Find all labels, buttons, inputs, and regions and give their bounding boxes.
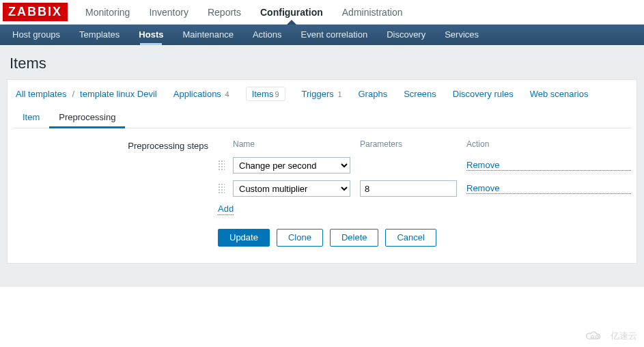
watermark: 亿速云	[583, 329, 637, 343]
button-row: Update Clone Delete Cancel	[218, 229, 631, 247]
watermark-text: 亿速云	[611, 330, 637, 342]
drag-handle-icon[interactable]	[218, 183, 225, 194]
subnav-host-groups[interactable]: Host groups	[3, 25, 70, 45]
crumb-items-count: 9	[275, 90, 279, 98]
crumb-triggers-label[interactable]: Triggers	[302, 89, 334, 99]
nav-administration[interactable]: Administration	[333, 0, 412, 24]
col-head-action: Action	[466, 139, 631, 150]
crumb-applications[interactable]: Applications 4	[173, 89, 229, 99]
steps-table: Name Parameters Action Change per second…	[218, 139, 631, 197]
step-param-input[interactable]	[360, 180, 457, 197]
nav-monitoring[interactable]: Monitoring	[76, 0, 139, 24]
update-button[interactable]: Update	[218, 229, 270, 247]
drag-handle-icon[interactable]	[218, 160, 225, 171]
cloud-icon	[583, 329, 606, 343]
breadcrumb: All templates / template linux Devil App…	[13, 85, 631, 108]
crumb-applications-count: 4	[225, 90, 229, 98]
form-row-steps: Preprocessing steps Name Parameters Acti…	[13, 139, 631, 247]
tabs: Item Preprocessing	[13, 108, 631, 128]
tab-item[interactable]: Item	[13, 108, 49, 128]
crumb-triggers[interactable]: Triggers 1	[302, 89, 342, 99]
col-head-name: Name	[233, 139, 356, 150]
steps-label: Preprocessing steps	[13, 139, 218, 151]
crumb-template-name[interactable]: template linux Devil	[80, 89, 157, 99]
topbar: ZABBIX Monitoring Inventory Reports Conf…	[0, 0, 644, 25]
steps-body: Name Parameters Action Change per second…	[218, 139, 631, 247]
crumb-sep: /	[72, 89, 74, 99]
subnav-templates[interactable]: Templates	[70, 25, 129, 45]
sub-nav: Host groups Templates Hosts Maintenance …	[0, 25, 644, 45]
subnav-services[interactable]: Services	[435, 25, 488, 45]
step-type-select[interactable]: Change per second	[233, 157, 350, 174]
svg-point-0	[591, 335, 594, 338]
subnav-event-correlation[interactable]: Event correlation	[292, 25, 378, 45]
subnav-maintenance[interactable]: Maintenance	[173, 25, 242, 45]
nav-reports[interactable]: Reports	[198, 0, 251, 24]
clone-button[interactable]: Clone	[277, 229, 323, 247]
crumb-graphs[interactable]: Graphs	[359, 89, 388, 99]
remove-link[interactable]: Remove	[466, 160, 631, 171]
brand-logo: ZABBIX	[3, 3, 68, 21]
col-head-params: Parameters	[360, 139, 462, 150]
subnav-discovery[interactable]: Discovery	[377, 25, 435, 45]
crumb-web-scenarios[interactable]: Web scenarios	[530, 89, 589, 99]
crumb-items-label[interactable]: Items	[252, 89, 274, 99]
remove-link[interactable]: Remove	[466, 183, 631, 195]
crumb-triggers-count: 1	[337, 90, 341, 98]
subnav-actions[interactable]: Actions	[243, 25, 292, 45]
nav-configuration[interactable]: Configuration	[251, 0, 333, 24]
main-nav: Monitoring Inventory Reports Configurati…	[76, 0, 412, 24]
crumb-items-pill[interactable]: Items 9	[246, 87, 285, 101]
subnav-hosts[interactable]: Hosts	[129, 25, 173, 45]
crumb-applications-label[interactable]: Applications	[173, 89, 221, 99]
crumb-screens[interactable]: Screens	[404, 89, 436, 99]
add-step-link[interactable]: Add	[218, 204, 234, 215]
crumb-discovery-rules[interactable]: Discovery rules	[453, 89, 514, 99]
step-type-select[interactable]: Custom multiplier	[233, 180, 350, 197]
panel: All templates / template linux Devil App…	[7, 79, 637, 264]
cancel-button[interactable]: Cancel	[385, 229, 436, 247]
delete-button[interactable]: Delete	[330, 229, 379, 247]
crumb-all-templates[interactable]: All templates	[16, 89, 66, 99]
nav-inventory[interactable]: Inventory	[139, 0, 198, 24]
page: Items All templates / template linux Dev…	[0, 45, 644, 287]
tab-preprocessing[interactable]: Preprocessing	[49, 108, 125, 128]
page-title: Items	[7, 52, 637, 79]
svg-point-1	[596, 335, 598, 338]
